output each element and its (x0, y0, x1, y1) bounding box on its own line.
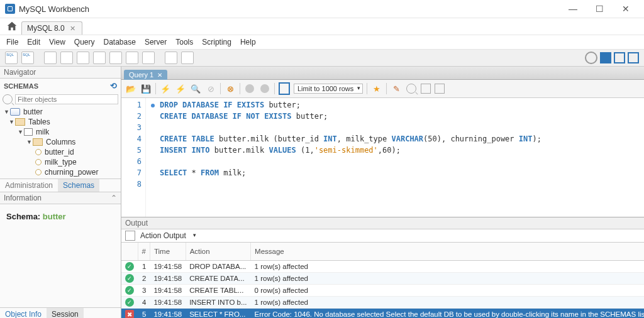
output-row[interactable]: ✓219:41:58CREATE DATA...1 row(s) affecte… (121, 273, 644, 285)
save-icon[interactable]: 💾 (140, 83, 152, 94)
beautify-icon[interactable]: ✎ (391, 83, 402, 94)
window-title: MySQL Workbench (19, 4, 560, 14)
explain-icon[interactable]: 🔍 (190, 83, 201, 94)
schema-label: Schema: (6, 212, 40, 221)
column-icon (35, 149, 42, 155)
execute-current-icon[interactable]: ⚡ (175, 83, 186, 94)
toolbar-button[interactable] (60, 52, 73, 64)
connection-tab[interactable]: MySQL 8.0 ✕ (21, 21, 82, 35)
clear-output-icon[interactable] (125, 231, 135, 241)
navigator-title: Navigator (0, 67, 121, 79)
toolbar-button[interactable] (421, 84, 431, 94)
panel-toggle-right[interactable] (628, 52, 639, 63)
tree-db[interactable]: ▼butter (0, 107, 121, 117)
output-row[interactable]: ✓319:41:58CREATE TABL...0 row(s) affecte… (121, 285, 644, 297)
favorite-icon[interactable]: ★ (371, 83, 382, 94)
output-row[interactable]: ✖519:41:58SELECT * FRO...Error Code: 104… (121, 309, 644, 319)
toolbar-button[interactable] (181, 52, 194, 64)
tree-column[interactable]: butter_id (0, 147, 121, 157)
output-row[interactable]: ✓119:41:58DROP DATABA...1 row(s) affecte… (121, 261, 644, 273)
database-icon (10, 108, 20, 116)
sidebar: Navigator SCHEMAS ⟲ ▼butter ▼Tables ▼mil… (0, 67, 121, 318)
connection-tab-bar: MySQL 8.0 ✕ (0, 18, 644, 35)
menu-edit[interactable]: Edit (27, 38, 40, 47)
tree-column[interactable]: churning_power (0, 167, 121, 177)
new-sql-tab-button[interactable] (5, 52, 18, 64)
tree-column[interactable]: milk_type (0, 157, 121, 167)
close-icon[interactable]: ✕ (157, 72, 162, 79)
toolbar-button[interactable] (93, 52, 106, 64)
col-action[interactable]: Action (186, 243, 250, 261)
tree-table[interactable]: ▼milk (0, 127, 121, 137)
gear-icon[interactable] (585, 52, 597, 64)
menu-database[interactable]: Database (104, 38, 136, 47)
table-icon (24, 128, 33, 136)
menu-scripting[interactable]: Scripting (202, 38, 231, 47)
tab-object-info[interactable]: Object Info (0, 308, 47, 318)
sql-editor[interactable]: 12345678 DROP DATABASE IF EXISTS butter;… (121, 98, 644, 217)
information-panel: Schema: butter (0, 204, 121, 307)
close-icon[interactable]: ✕ (70, 25, 75, 33)
panel-toggle-left[interactable] (600, 52, 611, 63)
app-icon (5, 4, 15, 14)
col-status (121, 243, 138, 261)
output-type-dropdown[interactable]: Action Output (139, 231, 199, 241)
output-title: Output (121, 217, 644, 229)
menu-file[interactable]: File (6, 38, 18, 47)
main-toolbar (0, 50, 644, 67)
tree-columns[interactable]: ▼Columns (0, 137, 121, 147)
toolbar-button[interactable] (142, 52, 155, 64)
home-icon[interactable] (6, 21, 18, 32)
menu-help[interactable]: Help (240, 38, 256, 47)
query-tab-label: Query 1 (129, 71, 153, 79)
folder-icon (33, 138, 43, 146)
minimize-button[interactable]: — (560, 0, 586, 18)
col-num[interactable]: # (138, 243, 150, 261)
rollback-icon[interactable] (259, 83, 270, 94)
execute-icon[interactable]: ⚡ (160, 83, 171, 94)
toolbar-button[interactable] (44, 52, 57, 64)
main-area: Query 1 ✕ 📂 💾 ⚡ ⚡ 🔍 ⊘ ⊗ Limit to 1000 ro… (121, 67, 644, 318)
tab-session[interactable]: Session (47, 308, 84, 318)
schema-name: butter (43, 212, 66, 221)
editor-toolbar: 📂 💾 ⚡ ⚡ 🔍 ⊘ ⊗ Limit to 1000 rows ★ ✎ (121, 80, 644, 98)
output-row[interactable]: ✓419:41:58INSERT INTO b...1 row(s) affec… (121, 297, 644, 309)
menu-tools[interactable]: Tools (175, 38, 193, 47)
toolbar-button[interactable] (126, 52, 138, 64)
tab-schemas[interactable]: Schemas (58, 179, 99, 192)
menu-server[interactable]: Server (145, 38, 167, 47)
schema-tree[interactable]: ▼butter ▼Tables ▼milk ▼Columns butter_id… (0, 106, 121, 178)
refresh-icon[interactable]: ⟲ (110, 81, 117, 90)
search-icon[interactable] (406, 83, 417, 94)
limit-dropdown[interactable]: Limit to 1000 rows (294, 84, 363, 94)
autocommit-icon[interactable] (279, 83, 290, 94)
open-sql-button[interactable] (21, 52, 34, 64)
menu-view[interactable]: View (49, 38, 65, 47)
maximize-button[interactable]: ☐ (586, 0, 613, 18)
toolbar-button[interactable] (435, 84, 445, 94)
query-tab[interactable]: Query 1 ✕ (124, 70, 167, 80)
schemas-label: SCHEMAS (4, 82, 38, 90)
toggle-icon[interactable]: ⊗ (225, 83, 236, 94)
column-icon (35, 159, 42, 165)
folder-icon (15, 118, 25, 126)
tab-administration[interactable]: Administration (0, 179, 58, 192)
toolbar-button[interactable] (109, 52, 122, 64)
col-message[interactable]: Message (251, 243, 644, 261)
open-icon[interactable]: 📂 (125, 83, 136, 94)
tree-tables[interactable]: ▼Tables (0, 117, 121, 127)
stop-icon[interactable]: ⊘ (205, 83, 216, 94)
panel-toggle-bottom[interactable] (614, 52, 625, 63)
column-icon (35, 169, 42, 175)
menu-query[interactable]: Query (74, 38, 95, 47)
close-button[interactable]: ✕ (613, 0, 639, 18)
connection-tab-label: MySQL 8.0 (27, 24, 65, 33)
toolbar-button[interactable] (165, 52, 177, 64)
filter-input[interactable] (15, 94, 118, 104)
toolbar-button[interactable] (77, 52, 89, 64)
title-bar: MySQL Workbench — ☐ ✕ (0, 0, 644, 18)
commit-icon[interactable] (244, 83, 255, 94)
chevron-icon[interactable]: ⌃ (111, 194, 117, 202)
col-time[interactable]: Time (150, 243, 186, 261)
search-icon (3, 94, 13, 104)
